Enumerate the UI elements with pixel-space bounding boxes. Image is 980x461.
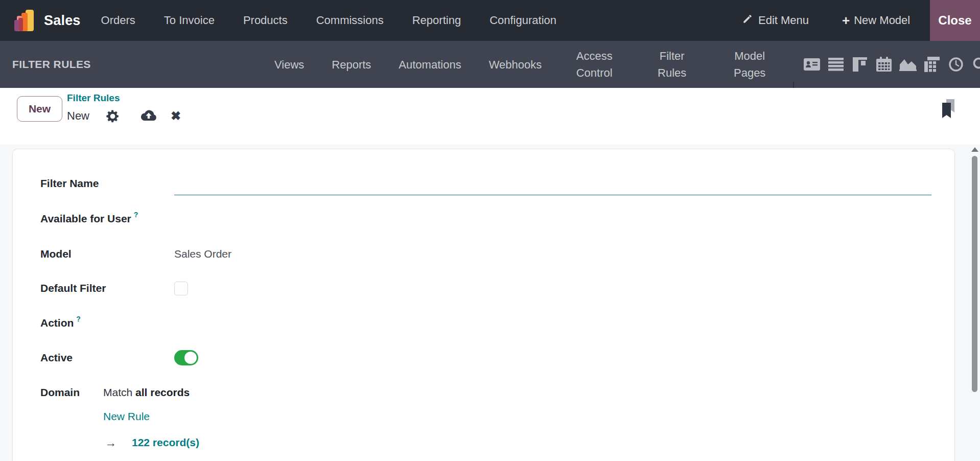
tab-model-pages[interactable]: Model Pages xyxy=(711,48,788,81)
action-label: Action xyxy=(40,317,74,329)
bookmark-icon[interactable] xyxy=(941,99,956,122)
scrollbar-up-arrow[interactable] xyxy=(971,147,978,152)
search-icon[interactable] xyxy=(971,56,980,73)
graph-view-icon[interactable] xyxy=(899,56,917,73)
filter-rule-form: Filter Name Available for User ? Model S… xyxy=(12,149,955,461)
kanban-view-icon[interactable] xyxy=(851,56,869,73)
filter-name-label: Filter Name xyxy=(40,177,99,190)
menu-configuration[interactable]: Configuration xyxy=(475,0,571,41)
model-value[interactable]: Sales Order xyxy=(174,248,231,260)
new-record-button[interactable]: New xyxy=(17,96,62,122)
view-switcher xyxy=(803,41,980,88)
tab-webhooks[interactable]: Webhooks xyxy=(475,56,556,73)
gear-icon[interactable] xyxy=(106,109,120,123)
calendar-view-icon[interactable] xyxy=(875,56,893,73)
close-button[interactable]: Close xyxy=(930,0,980,41)
domain-match-text: Match all records xyxy=(103,386,190,399)
top-navbar: Sales Orders To Invoice Products Commiss… xyxy=(0,0,980,41)
breadcrumb: New ✖ xyxy=(67,107,181,125)
discard-icon[interactable]: ✖ xyxy=(171,109,181,123)
plus-icon: + xyxy=(842,13,850,29)
filter-name-input[interactable] xyxy=(174,178,931,195)
scrollbar-thumb[interactable] xyxy=(972,156,977,392)
menu-reporting[interactable]: Reporting xyxy=(398,0,475,41)
menu-to-invoice[interactable]: To Invoice xyxy=(150,0,229,41)
edit-menu-button[interactable]: Edit Menu xyxy=(742,0,809,41)
menu-orders[interactable]: Orders xyxy=(87,0,150,41)
clock-icon[interactable] xyxy=(947,56,965,73)
pencil-icon xyxy=(742,13,753,28)
new-model-label: New Model xyxy=(854,14,910,27)
new-rule-link[interactable]: New Rule xyxy=(103,410,150,423)
help-icon[interactable]: ? xyxy=(134,211,138,219)
top-menu: Orders To Invoice Products Commissions R… xyxy=(87,0,571,41)
default-filter-label: Default Filter xyxy=(40,282,106,294)
active-toggle[interactable] xyxy=(174,350,198,365)
pivot-view-icon[interactable] xyxy=(923,56,941,73)
edit-menu-label: Edit Menu xyxy=(758,14,809,27)
tab-views[interactable]: Views xyxy=(261,56,318,73)
help-icon[interactable]: ? xyxy=(76,315,81,323)
tab-reports[interactable]: Reports xyxy=(318,56,385,73)
domain-label: Domain xyxy=(40,386,80,399)
subnav-tabs: Views Reports Automations Webhooks Acces… xyxy=(261,41,788,88)
save-cloud-icon[interactable] xyxy=(140,109,157,123)
list-view-icon[interactable] xyxy=(827,56,845,73)
breadcrumb-current: New xyxy=(67,109,89,123)
menu-products[interactable]: Products xyxy=(229,0,302,41)
app-title[interactable]: Sales xyxy=(44,13,81,29)
id-card-icon[interactable] xyxy=(803,56,821,73)
domain-match-all: all records xyxy=(135,386,190,398)
model-label: Model xyxy=(40,248,72,260)
tab-access-control[interactable]: Access Control xyxy=(555,48,633,81)
tab-filter-rules[interactable]: Filter Rules xyxy=(633,48,711,81)
default-filter-checkbox[interactable] xyxy=(174,282,188,295)
app-logo-icon[interactable] xyxy=(13,9,36,32)
menu-commissions[interactable]: Commissions xyxy=(302,0,398,41)
toggle-knob xyxy=(184,352,197,364)
record-count-link[interactable]: 122 record(s) xyxy=(132,436,199,449)
tab-automations[interactable]: Automations xyxy=(385,56,475,73)
new-model-button[interactable]: + New Model xyxy=(842,0,910,41)
arrow-right-icon: → xyxy=(105,436,116,450)
active-label: Active xyxy=(40,352,73,364)
studio-subnav: FILTER RULES Views Reports Automations W… xyxy=(0,41,980,88)
breadcrumb-parent-link[interactable]: Filter Rules xyxy=(67,93,120,104)
available-for-user-label: Available for User xyxy=(40,213,131,225)
control-panel: New Filter Rules New ✖ xyxy=(0,88,980,144)
subnav-title: FILTER RULES xyxy=(12,41,91,88)
